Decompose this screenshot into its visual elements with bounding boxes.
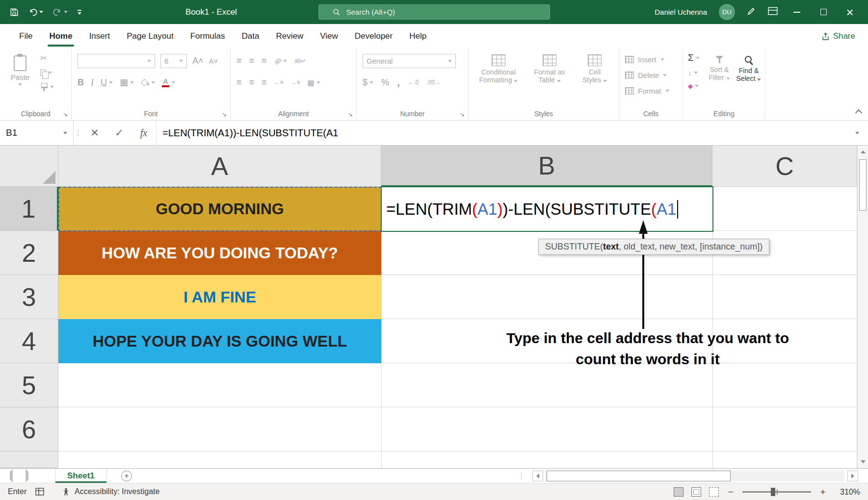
increase-font-size-button[interactable]: A˄: [192, 56, 204, 66]
format-cells-button[interactable]: Format: [619, 83, 683, 99]
number-dialog-launcher[interactable]: ↘: [460, 111, 465, 117]
tab-help[interactable]: Help: [401, 24, 435, 49]
paste-dropdown-icon[interactable]: [18, 83, 22, 86]
insert-function-button[interactable]: fx: [132, 121, 156, 145]
clipboard-dialog-launcher[interactable]: ↘: [63, 111, 68, 117]
align-right-button[interactable]: ≡: [262, 78, 267, 87]
font-name-combobox[interactable]: [78, 54, 155, 68]
percent-style-button[interactable]: %: [381, 77, 389, 88]
autosum-button[interactable]: Σ: [688, 52, 700, 63]
tab-review[interactable]: Review: [267, 24, 312, 49]
number-format-combobox[interactable]: General: [363, 54, 456, 68]
cell-b1-editing[interactable]: =LEN(TRIM ( A1 ) )-LEN(SUBSTITUTE ( A1: [381, 186, 713, 232]
borders-button[interactable]: ▦: [120, 78, 134, 87]
formula-input[interactable]: =LEN(TRIM(A1))-LEN(SUBSTITUTE(A1: [156, 121, 846, 145]
page-break-preview-button[interactable]: [709, 487, 719, 497]
undo-button[interactable]: [28, 8, 43, 17]
conditional-formatting-button[interactable]: ConditionalFormatting: [474, 50, 523, 84]
clear-button[interactable]: ◆: [688, 82, 700, 90]
select-all-corner[interactable]: [0, 146, 58, 187]
tab-page-layout[interactable]: Page Layout: [118, 24, 182, 49]
search-box[interactable]: Search (Alt+Q): [318, 4, 550, 20]
fill-button[interactable]: ↓: [688, 69, 700, 77]
scroll-down-button[interactable]: [858, 455, 868, 468]
row-header-6[interactable]: 6: [0, 407, 58, 451]
delete-cells-button[interactable]: Delete: [619, 67, 683, 83]
bottom-align-button[interactable]: ≡: [262, 56, 267, 65]
column-header-a[interactable]: A: [58, 146, 381, 187]
row-header-4[interactable]: 4: [0, 319, 58, 363]
decrease-font-size-button[interactable]: A˅: [209, 57, 218, 65]
paste-button[interactable]: Paste: [6, 50, 34, 86]
align-left-button[interactable]: ≡: [237, 78, 242, 87]
row-header-5[interactable]: 5: [0, 363, 58, 407]
horizontal-scrollbar-thumb[interactable]: [547, 471, 731, 481]
page-layout-view-button[interactable]: [691, 487, 701, 497]
cut-button[interactable]: ✂: [40, 53, 54, 63]
scroll-right-button[interactable]: [847, 471, 858, 481]
tab-home[interactable]: Home: [41, 24, 80, 49]
share-button[interactable]: Share: [821, 24, 855, 49]
cell-styles-button[interactable]: CellStyles: [576, 50, 613, 84]
collapse-ribbon-button[interactable]: [855, 109, 862, 116]
previous-sheet-button[interactable]: [10, 472, 13, 480]
top-align-button[interactable]: ≡: [237, 56, 242, 65]
scroll-up-button[interactable]: [858, 146, 868, 158]
cell-a4[interactable]: HOPE YOUR DAY IS GOING WELL: [58, 319, 381, 363]
orientation-button[interactable]: ab: [274, 57, 287, 65]
user-name[interactable]: Daniel Uchenna: [655, 8, 707, 16]
maximize-button[interactable]: [816, 0, 831, 24]
zoom-in-button[interactable]: +: [819, 487, 827, 498]
scroll-left-button[interactable]: [532, 471, 543, 481]
copy-button[interactable]: [40, 70, 54, 76]
tab-insert[interactable]: Insert: [81, 24, 119, 49]
close-button[interactable]: ×: [842, 0, 857, 24]
avatar[interactable]: DU: [719, 4, 735, 20]
decrease-indent-button[interactable]: ←≡: [274, 79, 284, 86]
font-size-combobox[interactable]: 6: [160, 54, 187, 68]
cancel-button[interactable]: ✕: [82, 121, 107, 145]
decrease-decimal-button[interactable]: .00→: [426, 79, 441, 86]
tab-file[interactable]: File: [11, 24, 41, 49]
sheet-tab-sheet1[interactable]: Sheet1: [55, 469, 107, 483]
center-button[interactable]: ≡: [249, 78, 255, 87]
vertical-scrollbar[interactable]: [857, 146, 868, 468]
find-select-button[interactable]: Find &Select: [735, 50, 763, 82]
zoom-slider[interactable]: [742, 491, 811, 493]
merge-center-button[interactable]: ▦: [308, 79, 320, 86]
column-header-c[interactable]: C: [712, 146, 857, 187]
row-header-partial[interactable]: [0, 451, 58, 468]
sort-filter-button[interactable]: Sort &Filter: [705, 50, 734, 81]
accounting-format-button[interactable]: $: [363, 77, 373, 88]
increase-decimal-button[interactable]: ←.0: [408, 79, 419, 86]
increase-indent-button[interactable]: →≡: [291, 79, 300, 86]
row-header-1[interactable]: 1: [0, 187, 58, 231]
normal-view-button[interactable]: [674, 487, 684, 497]
cell-a2[interactable]: HOW ARE YOU DOING TODAY?: [58, 231, 381, 275]
save-button[interactable]: [10, 8, 19, 17]
tab-formulas[interactable]: Formulas: [182, 24, 234, 49]
format-as-table-button[interactable]: Format asTable: [527, 50, 572, 84]
inking-button[interactable]: [747, 6, 756, 18]
accessibility-checker-button[interactable]: Accessibility: Investigate: [62, 487, 159, 496]
fill-color-button[interactable]: [141, 79, 155, 86]
tab-splitter-grip[interactable]: ⋮: [518, 469, 525, 483]
row-header-3[interactable]: 3: [0, 275, 58, 319]
alignment-dialog-launcher[interactable]: ↘: [348, 111, 353, 117]
horizontal-scrollbar[interactable]: [546, 471, 844, 481]
font-color-button[interactable]: A: [162, 77, 175, 87]
italic-button[interactable]: I: [91, 77, 94, 88]
column-header-b[interactable]: B: [381, 146, 712, 187]
zoom-level[interactable]: 310%: [835, 488, 860, 497]
insert-cells-button[interactable]: Insert: [619, 51, 683, 67]
name-box[interactable]: B1: [0, 121, 74, 145]
tab-data[interactable]: Data: [234, 24, 268, 49]
underline-button[interactable]: U: [101, 77, 113, 88]
format-painter-button[interactable]: [40, 83, 54, 91]
redo-button[interactable]: [53, 8, 68, 17]
row-header-2[interactable]: 2: [0, 231, 58, 275]
ribbon-display-options-button[interactable]: [768, 7, 778, 17]
new-sheet-button[interactable]: +: [121, 471, 132, 481]
next-sheet-button[interactable]: [26, 472, 28, 480]
customize-quick-access-button[interactable]: [78, 10, 81, 15]
